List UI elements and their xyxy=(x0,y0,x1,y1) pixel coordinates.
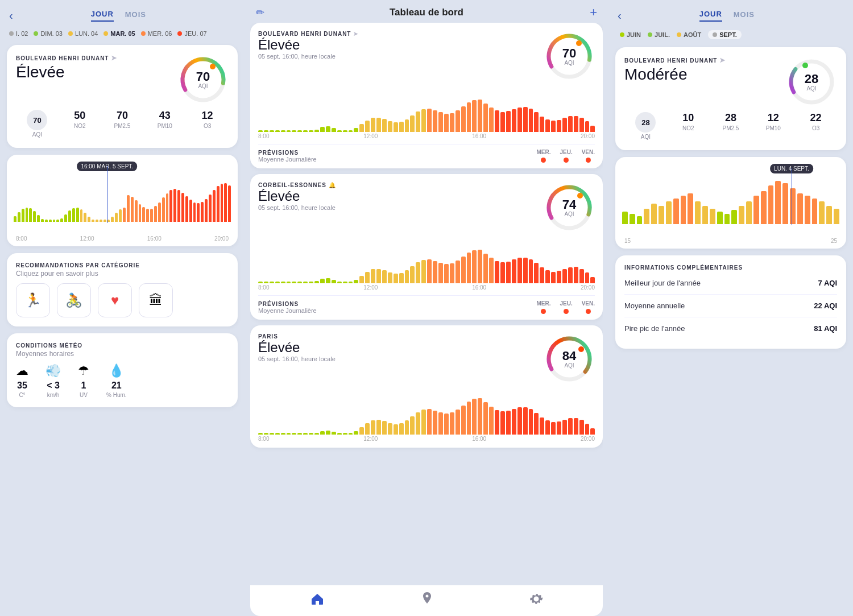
left-tab-jour[interactable]: JOUR xyxy=(91,10,114,22)
chart-bar xyxy=(500,112,505,132)
prev-label-1-jeu: JEU. xyxy=(560,149,572,155)
nav-location[interactable] xyxy=(420,591,434,610)
info-value-1: 7 AQI xyxy=(818,279,837,287)
svg-point-2 xyxy=(210,64,216,69)
home-icon xyxy=(309,591,325,607)
metric-no2-label: NO2 xyxy=(59,123,101,129)
chart-bar xyxy=(359,276,364,283)
nav-home[interactable] xyxy=(309,591,325,610)
right-metric-aqi-value: 28 xyxy=(635,112,656,133)
nav-settings[interactable] xyxy=(529,592,544,610)
month-sept[interactable]: SEPT. xyxy=(708,30,742,39)
chart-bar xyxy=(209,195,212,222)
reco-icon-health[interactable]: ♥ xyxy=(98,283,132,317)
meteo-wind-label: km/h xyxy=(45,392,61,398)
right-metric-no2-value: 10 xyxy=(667,112,710,124)
chart-bar xyxy=(472,100,477,132)
chart-bar xyxy=(217,186,220,222)
reco-icon-run[interactable]: 🏃 xyxy=(16,283,50,317)
middle-card-1[interactable]: BOULEVARD HENRI DUNANT ➤ Élevée 05 sept.… xyxy=(250,23,603,168)
chart-bar xyxy=(467,102,471,132)
left-tab-mois[interactable]: MOIS xyxy=(125,10,146,21)
right-metric-aqi: 28 AQI xyxy=(624,112,667,140)
chart-bar xyxy=(189,200,192,222)
middle-prev-2-title: PRÉVISIONS xyxy=(258,301,317,307)
chart-bar xyxy=(467,253,471,283)
chart-bar xyxy=(382,270,387,283)
middle-card-3[interactable]: PARIS Élevée 05 sept. 16:00, heure local… xyxy=(250,325,603,448)
date-item-5[interactable]: MER. 06 xyxy=(141,30,172,37)
chart-bar xyxy=(472,250,477,283)
chart-bar xyxy=(681,196,686,224)
middle-gauge-3-value: 84 AQI xyxy=(562,350,576,369)
chart-bar xyxy=(405,119,409,132)
chart-bar xyxy=(551,422,556,435)
date-item-1[interactable]: I. 02 xyxy=(9,30,28,37)
chart-bar xyxy=(388,272,392,283)
reco-icon-building[interactable]: 🏛 xyxy=(139,283,173,317)
month-juin-label: JUIN xyxy=(627,31,641,38)
plus-icon[interactable]: + xyxy=(590,5,597,20)
meteo-temp-label: C° xyxy=(16,392,28,398)
metric-pm10-value: 43 xyxy=(143,110,186,122)
right-metric-aqi-label: AQI xyxy=(624,134,667,140)
chart-bar xyxy=(224,183,227,222)
right-metrics-row: 28 AQI 10 NO2 28 PM2.5 12 PM10 22 O3 xyxy=(624,108,837,141)
right-tab-mois[interactable]: MOIS xyxy=(734,10,755,21)
chart-bar xyxy=(371,420,375,435)
month-juil[interactable]: JUIL. xyxy=(648,30,670,39)
chart-bar xyxy=(309,130,313,132)
chart-bar xyxy=(433,411,437,435)
left-station-name: BOULEVARD HENRI DUNANT ➤ xyxy=(16,54,117,62)
mid-chart-lbl-1c: 16:00 xyxy=(472,133,486,139)
right-aqi-gauge: 28 AQI xyxy=(786,56,837,108)
middle-prev-1-left: PRÉVISIONS Moyenne Journalière xyxy=(258,150,317,163)
date-item-2[interactable]: DIM. 03 xyxy=(34,30,63,37)
right-metric-o3: 22 O3 xyxy=(794,112,837,140)
chart-bar xyxy=(489,108,494,132)
chart-bar xyxy=(264,282,268,283)
chart-bar xyxy=(275,130,280,132)
chart-bar xyxy=(438,263,443,283)
reco-subtitle: Cliquez pour en savoir plus xyxy=(16,270,229,278)
chart-bar xyxy=(534,413,539,435)
middle-chart-1-labels: 8:00 12:00 16:00 20:00 xyxy=(258,133,595,139)
prev-day-1-mer: MER. xyxy=(536,149,550,163)
chart-bar xyxy=(416,111,420,132)
middle-gauge-3: 84 AQI xyxy=(544,333,595,385)
date-item-3[interactable]: LUN. 04 xyxy=(68,30,98,37)
chart-bar xyxy=(461,406,466,435)
chart-bar xyxy=(258,433,263,435)
left-aqi-lbl: AQI xyxy=(196,83,210,89)
right-back-button[interactable]: ‹ xyxy=(618,9,622,22)
date-item-4[interactable]: MAR. 05 xyxy=(103,30,135,37)
month-juin[interactable]: JUIN xyxy=(620,30,641,39)
chart-bar xyxy=(394,122,398,132)
date-item-6[interactable]: JEU. 07 xyxy=(177,30,206,37)
middle-card-2[interactable]: CORBEIL-ESSONNES 🔔 Élevée 05 sept. 16:00… xyxy=(250,174,603,320)
date-label-4: MAR. 05 xyxy=(110,30,135,37)
chart-bar xyxy=(264,433,268,435)
right-gauge-value: 28 AQI xyxy=(805,73,818,92)
middle-aqi-3-num: 84 xyxy=(562,350,576,362)
left-quality: Élevée xyxy=(16,63,117,81)
chart-bar xyxy=(399,423,404,435)
right-tab-jour[interactable]: JOUR xyxy=(699,10,722,22)
prev-dot-2-mer xyxy=(541,309,546,314)
chart-bar xyxy=(264,130,268,132)
left-back-button[interactable]: ‹ xyxy=(9,9,13,22)
middle-header: ✏ Tableau de bord + xyxy=(250,7,603,18)
chart-bar xyxy=(761,191,767,224)
month-aout[interactable]: AOÛT xyxy=(677,30,701,39)
chart-bar xyxy=(131,197,134,222)
middle-aqi-2-num: 74 xyxy=(562,199,576,211)
chart-bar xyxy=(359,427,364,435)
right-info-items: Meilleur jour de l'année 7 AQI Moyenne a… xyxy=(624,272,837,340)
right-chart-card: LUN. 4 SEPT. 15 25 xyxy=(615,157,846,249)
info-label-3: Pire pic de l'année xyxy=(624,324,685,333)
left-chart-bars xyxy=(14,166,231,223)
mid-chart-lbl-3a: 8:00 xyxy=(258,436,269,442)
reco-icon-bike[interactable]: 🚴 xyxy=(57,283,91,317)
pencil-icon[interactable]: ✏ xyxy=(256,6,264,19)
chart-bar xyxy=(281,433,285,435)
